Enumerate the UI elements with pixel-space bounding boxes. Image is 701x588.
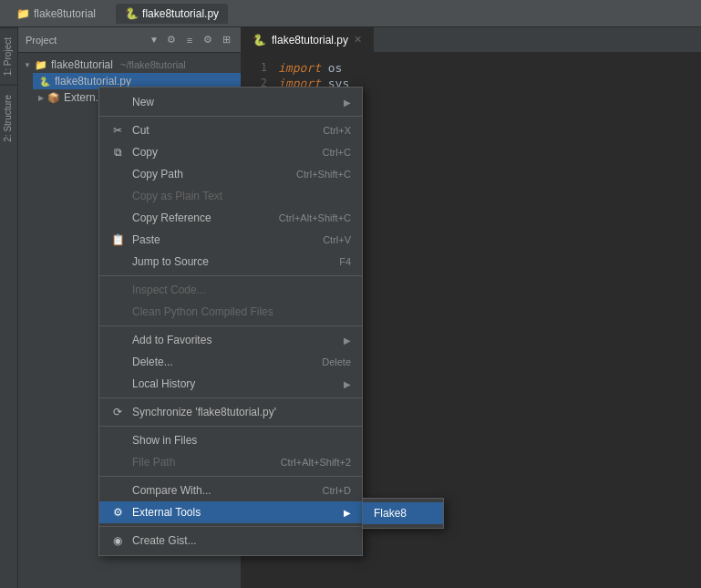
menu-label-sync: Synchronize 'flake8tutorial.py' — [132, 406, 351, 418]
menu-separator-4 — [99, 397, 362, 398]
delete-icon — [110, 355, 125, 369]
new-icon — [110, 95, 125, 109]
gist-icon: ◉ — [110, 533, 125, 548]
cut-icon: ✂ — [110, 123, 125, 138]
menu-label-copy-plain: Copy as Plain Text — [132, 190, 351, 202]
new-arrow-icon: ▶ — [344, 98, 351, 108]
menu-item-file-path: File Path Ctrl+Alt+Shift+2 — [99, 451, 362, 473]
menu-shortcut-jump: F4 — [339, 256, 351, 267]
menu-item-copy-plain: Copy as Plain Text — [99, 185, 362, 207]
menu-label-gist: Create Gist... — [132, 534, 351, 547]
favorites-icon — [110, 333, 125, 347]
compare-icon — [110, 483, 125, 498]
file-path-icon — [110, 455, 125, 469]
menu-item-external-tools[interactable]: ⚙ External Tools ▶ Flake8 — [99, 501, 362, 523]
menu-label-paste: Paste — [132, 233, 315, 246]
menu-label-favorites: Add to Favorites — [132, 334, 333, 346]
submenu-flake8-label: Flake8 — [374, 507, 407, 520]
menu-item-history[interactable]: Local History ▶ — [99, 373, 362, 395]
menu-separator-1 — [99, 116, 362, 117]
menu-label-new: New — [132, 96, 333, 108]
menu-item-new[interactable]: New ▶ — [99, 91, 362, 113]
menu-item-show-files[interactable]: Show in Files — [99, 429, 362, 451]
sync-icon: ⟳ — [110, 405, 125, 419]
menu-separator-7 — [99, 526, 362, 527]
menu-label-copy-path: Copy Path — [132, 168, 289, 181]
copy-icon: ⧉ — [110, 145, 125, 160]
menu-label-compare: Compare With... — [132, 484, 315, 497]
menu-separator-6 — [99, 476, 362, 477]
external-tools-icon: ⚙ — [110, 505, 125, 520]
show-files-icon — [110, 433, 125, 448]
menu-label-cut: Cut — [132, 124, 315, 137]
menu-label-clean: Clean Python Compiled Files — [132, 305, 351, 318]
menu-label-history: Local History — [132, 377, 333, 390]
submenu-item-flake8[interactable]: Flake8 — [363, 502, 443, 524]
paste-icon: 📋 — [110, 232, 125, 247]
history-icon — [110, 377, 125, 391]
menu-item-copy[interactable]: ⧉ Copy Ctrl+C — [99, 141, 362, 163]
menu-separator-2 — [99, 275, 362, 276]
menu-label-copy: Copy — [132, 146, 315, 159]
menu-shortcut-copy-path: Ctrl+Shift+C — [296, 169, 351, 180]
menu-separator-3 — [99, 325, 362, 326]
history-arrow-icon: ▶ — [344, 379, 351, 389]
menu-item-copy-ref[interactable]: Copy Reference Ctrl+Alt+Shift+C — [99, 207, 362, 229]
menu-shortcut-copy: Ctrl+C — [323, 147, 351, 158]
menu-label-show-files: Show in Files — [132, 434, 351, 447]
copy-plain-icon — [110, 189, 125, 203]
menu-label-external-tools: External Tools — [132, 506, 333, 519]
menu-label-file-path: File Path — [132, 456, 273, 469]
menu-item-cut[interactable]: ✂ Cut Ctrl+X — [99, 119, 362, 141]
menu-label-delete: Delete... — [132, 356, 314, 368]
menu-item-compare[interactable]: Compare With... Ctrl+D — [99, 480, 362, 501]
copy-path-icon — [110, 167, 125, 181]
menu-shortcut-paste: Ctrl+V — [323, 234, 351, 245]
menu-label-copy-ref: Copy Reference — [132, 211, 272, 224]
menu-item-delete[interactable]: Delete... Delete — [99, 351, 362, 373]
menu-item-sync[interactable]: ⟳ Synchronize 'flake8tutorial.py' — [99, 401, 362, 423]
favorites-arrow-icon: ▶ — [344, 335, 351, 346]
external-tools-arrow-icon: ▶ — [344, 508, 351, 518]
menu-item-favorites[interactable]: Add to Favorites ▶ — [99, 329, 362, 351]
menu-item-clean: Clean Python Compiled Files — [99, 301, 362, 323]
menu-label-jump: Jump to Source — [132, 255, 332, 268]
menu-label-inspect: Inspect Code... — [132, 284, 351, 296]
menu-item-inspect: Inspect Code... — [99, 279, 362, 301]
copy-ref-icon — [110, 211, 125, 225]
inspect-icon — [110, 283, 125, 297]
menu-item-jump[interactable]: Jump to Source F4 — [99, 251, 362, 273]
menu-shortcut-file-path: Ctrl+Alt+Shift+2 — [281, 457, 351, 468]
clean-icon — [110, 304, 125, 319]
menu-item-copy-path[interactable]: Copy Path Ctrl+Shift+C — [99, 163, 362, 185]
menu-separator-5 — [99, 426, 362, 427]
menu-item-paste[interactable]: 📋 Paste Ctrl+V — [99, 229, 362, 251]
menu-shortcut-copy-ref: Ctrl+Alt+Shift+C — [279, 212, 351, 223]
menu-shortcut-cut: Ctrl+X — [323, 125, 351, 136]
external-tools-submenu: Flake8 — [362, 498, 444, 529]
menu-shortcut-compare: Ctrl+D — [323, 485, 351, 496]
context-menu: New ▶ ✂ Cut Ctrl+X ⧉ Copy Ctrl+C Copy Pa… — [98, 87, 363, 556]
menu-item-gist[interactable]: ◉ Create Gist... — [99, 530, 362, 552]
jump-icon — [110, 254, 125, 269]
menu-shortcut-delete: Delete — [322, 356, 351, 367]
context-menu-overlay: New ▶ ✂ Cut Ctrl+X ⧉ Copy Ctrl+C Copy Pa… — [0, 0, 701, 588]
